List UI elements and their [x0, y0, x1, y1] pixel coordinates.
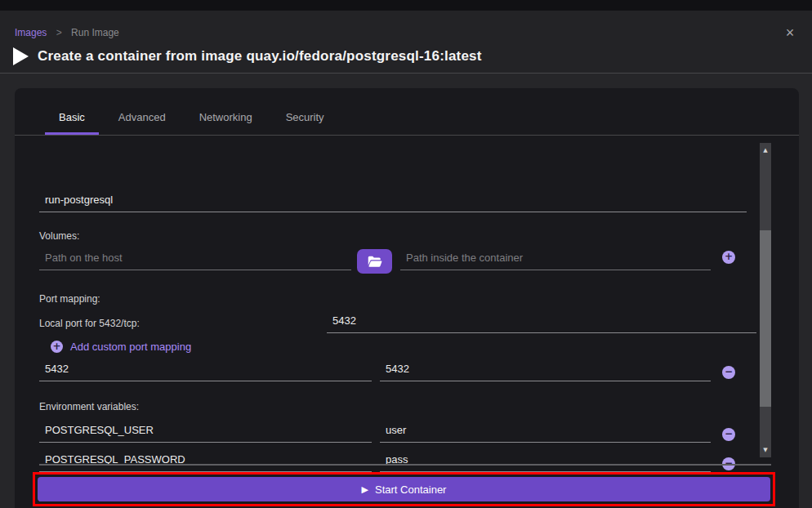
page-header: Images > Run Image × Create a container …: [0, 11, 812, 74]
window-top-strip: [0, 0, 812, 11]
scrollbar-thumb[interactable]: [760, 230, 771, 407]
start-play-icon: ▶: [362, 484, 368, 495]
tab-networking[interactable]: Networking: [185, 111, 266, 135]
env-name-input-2[interactable]: [39, 453, 372, 472]
tab-security[interactable]: Security: [272, 111, 338, 135]
breadcrumb-images-link[interactable]: Images: [15, 27, 47, 38]
remove-env-icon-1[interactable]: −: [722, 428, 735, 441]
breadcrumb: Images > Run Image: [15, 27, 119, 38]
add-volume-icon[interactable]: +: [722, 251, 735, 264]
environment-variables-label: Environment variables:: [39, 401, 139, 412]
container-name-input[interactable]: [39, 194, 747, 212]
volume-container-path-input[interactable]: [400, 252, 711, 270]
local-port-input[interactable]: [327, 314, 756, 333]
start-container-button[interactable]: ▶ Start Container: [38, 477, 770, 501]
env-value-input-2[interactable]: [380, 453, 711, 472]
add-custom-port-mapping-link[interactable]: + Add custom port mapping: [51, 341, 191, 353]
tab-advanced[interactable]: Advanced: [105, 111, 180, 135]
custom-port-container-input[interactable]: [380, 363, 711, 381]
run-image-card: Basic Advanced Networking Security Volum…: [15, 88, 799, 508]
breadcrumb-separator: >: [56, 27, 62, 38]
footer-divider: [39, 464, 771, 466]
close-icon[interactable]: ×: [781, 24, 799, 42]
add-custom-port-mapping-label: Add custom port mapping: [70, 341, 191, 353]
add-port-icon: +: [51, 341, 63, 353]
folder-open-icon: [368, 256, 382, 268]
volume-host-path-input[interactable]: [39, 252, 351, 270]
tab-basic[interactable]: Basic: [45, 111, 99, 135]
highlight-annotation: ▶ Start Container: [33, 472, 775, 506]
start-container-label: Start Container: [375, 483, 446, 496]
run-image-page: Images > Run Image × Create a container …: [0, 0, 812, 508]
page-title: Create a container from image quay.io/fe…: [38, 48, 482, 65]
local-port-label: Local port for 5432/tcp:: [39, 318, 140, 329]
remove-port-mapping-icon[interactable]: −: [722, 366, 735, 379]
tab-bar: Basic Advanced Networking Security: [15, 88, 799, 136]
volumes-label: Volumes:: [39, 230, 79, 242]
scrollbar[interactable]: ▲ ▼: [760, 143, 771, 457]
env-value-input-1[interactable]: [380, 424, 711, 443]
custom-port-host-input[interactable]: [39, 363, 372, 381]
basic-tab-panel: Volumes: + Port mapping: Local port for …: [15, 136, 799, 458]
scroll-down-icon[interactable]: ▼: [760, 444, 771, 456]
play-icon: [11, 47, 29, 66]
scroll-up-icon[interactable]: ▲: [760, 145, 771, 156]
browse-folder-button[interactable]: [357, 249, 392, 274]
title-row: Create a container from image quay.io/fe…: [11, 47, 482, 66]
port-mapping-label: Port mapping:: [39, 293, 100, 305]
breadcrumb-current: Run Image: [71, 27, 119, 38]
env-name-input-1[interactable]: [39, 424, 372, 443]
